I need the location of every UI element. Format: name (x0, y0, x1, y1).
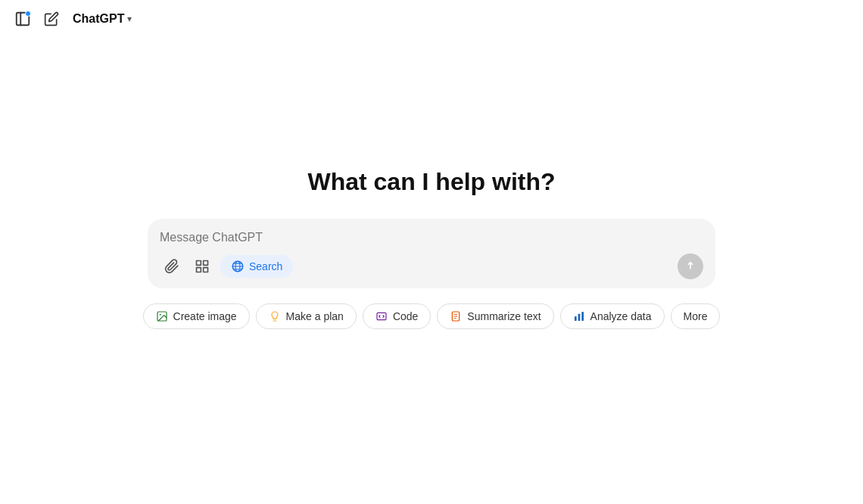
app-title: ChatGPT (73, 12, 124, 26)
notification-dot (25, 11, 31, 17)
page-headline: What can I help with? (307, 168, 555, 196)
send-icon (684, 260, 696, 272)
sidebar-toggle-button[interactable] (12, 8, 33, 30)
svg-rect-13 (377, 313, 386, 319)
svg-rect-5 (197, 267, 201, 272)
svg-rect-4 (204, 267, 208, 272)
input-toolbar: Search (160, 254, 703, 279)
app-title-dropdown[interactable]: ChatGPT ▾ (73, 12, 132, 26)
svg-rect-2 (197, 260, 201, 265)
search-label: Search (249, 260, 282, 272)
analyze-data-button[interactable]: Analyze data (560, 303, 665, 329)
chat-input-container: Search (148, 219, 715, 288)
input-left-actions: Search (160, 254, 293, 278)
bulb-icon (269, 310, 281, 322)
quick-actions-bar: Create image Make a plan Code Summa (143, 303, 721, 329)
main-content: What can I help with? (0, 38, 863, 504)
more-label: More (684, 310, 708, 322)
make-a-plan-label: Make a plan (286, 310, 344, 322)
create-image-label: Create image (173, 310, 237, 322)
svg-point-12 (159, 313, 160, 315)
more-button[interactable]: More (671, 303, 721, 329)
search-button[interactable]: Search (220, 255, 293, 278)
attach-file-button[interactable] (160, 254, 184, 278)
make-a-plan-button[interactable]: Make a plan (256, 303, 357, 329)
send-button[interactable] (678, 254, 703, 279)
code-label: Code (393, 310, 418, 322)
svg-rect-18 (575, 316, 577, 321)
summarize-text-label: Summarize text (467, 310, 541, 322)
svg-rect-20 (581, 312, 584, 321)
globe-icon (231, 260, 245, 273)
analyze-data-label: Analyze data (590, 310, 652, 322)
chevron-down-icon: ▾ (127, 14, 132, 24)
code-button[interactable]: Code (363, 303, 431, 329)
top-nav: ChatGPT ▾ (0, 0, 863, 38)
svg-rect-3 (204, 260, 208, 265)
svg-rect-19 (578, 313, 580, 320)
doc-icon (450, 310, 462, 322)
message-input[interactable] (160, 231, 703, 244)
create-image-button[interactable]: Create image (143, 303, 250, 329)
summarize-text-button[interactable]: Summarize text (437, 303, 553, 329)
new-chat-button[interactable] (41, 8, 62, 30)
tools-button[interactable] (190, 254, 214, 278)
chart-icon (573, 310, 585, 322)
image-icon (156, 310, 168, 322)
code-icon (375, 310, 388, 322)
